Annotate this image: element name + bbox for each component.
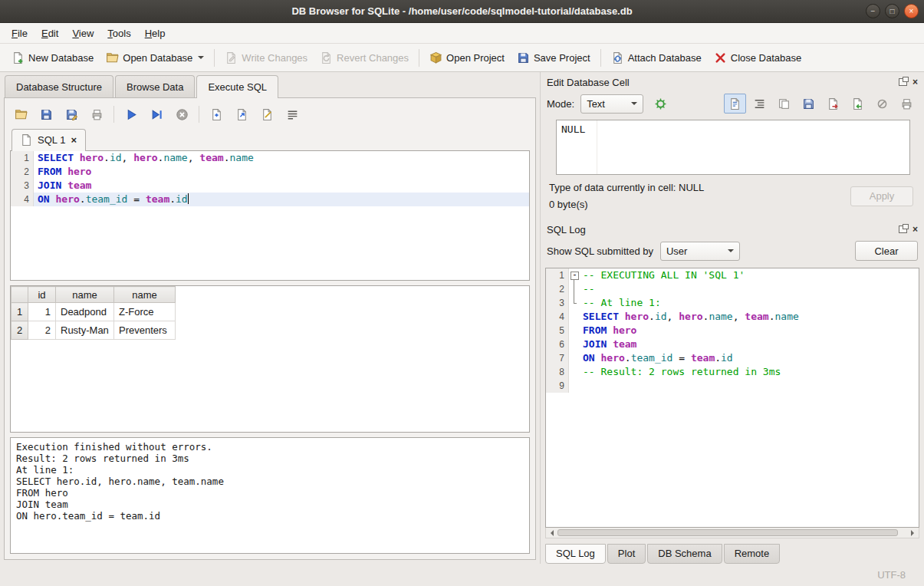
import-button[interactable] <box>847 94 869 114</box>
execute-all-button[interactable] <box>120 104 142 124</box>
code-line: 5FROM hero <box>546 324 919 337</box>
cell-type-info: Type of data currently in cell: NULL <box>549 182 704 193</box>
mode-select[interactable]: Text <box>580 94 643 114</box>
sql-editor[interactable]: 1SELECT hero.id, hero.name, team.name2FR… <box>10 150 530 281</box>
log-filter-select[interactable]: User <box>660 242 740 261</box>
tab-database-structure[interactable]: Database Structure <box>5 75 113 97</box>
menu-file[interactable]: File <box>5 25 35 42</box>
clear-button[interactable]: Clear <box>855 241 918 261</box>
code-line: 2FROM hero <box>11 165 529 179</box>
scroll-left-icon[interactable] <box>547 530 554 536</box>
print-button[interactable] <box>86 104 107 124</box>
code-line: 6JOIN team <box>546 337 919 351</box>
column-header-name[interactable]: name <box>56 287 114 303</box>
open-in-new-tab-button[interactable] <box>231 104 252 124</box>
tab-execute-sql[interactable]: Execute SQL <box>196 75 278 98</box>
open-sql-file-button[interactable] <box>10 104 31 124</box>
revert-changes-icon <box>320 51 333 64</box>
scroll-right-icon[interactable] <box>911 530 917 536</box>
save-sql-as-button[interactable] <box>61 104 82 124</box>
new-tab-icon <box>210 108 223 121</box>
line-number: 3 <box>11 179 34 193</box>
tab-sql-log[interactable]: SQL Log <box>545 544 606 564</box>
maximize-icon[interactable]: □ <box>885 4 899 18</box>
code-line: 1-- EXECUTING ALL IN 'SQL 1' <box>546 268 919 282</box>
tab-remote[interactable]: Remote <box>724 544 781 564</box>
fold-marker-icon[interactable] <box>569 268 579 282</box>
execute-current-line-button[interactable] <box>146 104 167 124</box>
dock-float-icon[interactable] <box>899 226 907 233</box>
save-project-button[interactable]: Save Project <box>511 48 597 68</box>
stop-button[interactable] <box>171 104 192 124</box>
tab-browse-data[interactable]: Browse Data <box>115 75 195 97</box>
tab-db-schema[interactable]: DB Schema <box>647 544 722 564</box>
menu-tools[interactable]: Tools <box>100 25 137 42</box>
scrollbar-thumb[interactable] <box>557 529 898 536</box>
horizontal-scrollbar[interactable] <box>545 528 919 538</box>
auto-complete-button[interactable] <box>256 104 278 124</box>
log-filter-row: Show SQL submitted by User Clear <box>544 239 921 268</box>
code-text <box>579 379 919 393</box>
sql-log-header: SQL Log × <box>544 219 921 239</box>
mode-settings-button[interactable] <box>649 94 672 114</box>
cell[interactable]: Preventers <box>114 321 176 340</box>
close-icon[interactable]: × <box>904 4 919 18</box>
copy-icon <box>778 97 791 110</box>
text-view-button[interactable] <box>724 94 746 114</box>
sql-log-view[interactable]: 1-- EXECUTING ALL IN 'SQL 1'2--3-- At li… <box>545 268 919 528</box>
cell[interactable]: Rusty-Man <box>56 321 114 340</box>
cell[interactable]: 1 <box>28 303 56 321</box>
new-database-button[interactable]: New Database <box>5 48 100 68</box>
close-database-button[interactable]: Close Database <box>708 48 808 68</box>
copy-button[interactable] <box>773 94 795 114</box>
row-header[interactable]: 1 <box>12 303 28 321</box>
dock-float-icon[interactable] <box>899 78 907 86</box>
cell[interactable]: Z-Force <box>114 303 176 321</box>
code-line: 7ON hero.team_id = team.id <box>546 351 919 365</box>
titlebar[interactable]: DB Browser for SQLite - /home/user/code/… <box>0 0 924 23</box>
cell[interactable]: 2 <box>28 321 56 340</box>
column-header-name[interactable]: name <box>114 287 176 303</box>
minimize-icon[interactable]: − <box>866 4 880 18</box>
apply-button[interactable]: Apply <box>850 186 913 206</box>
set-null-button[interactable] <box>871 94 893 114</box>
sql-editor-toolbar <box>10 101 530 127</box>
tab-plot[interactable]: Plot <box>607 544 646 564</box>
cell-editor[interactable]: NULL <box>556 120 910 175</box>
toolbar-button-label: Save Project <box>534 52 590 64</box>
dock-close-icon[interactable]: × <box>912 226 918 233</box>
save-sql-file-button[interactable] <box>35 104 57 124</box>
toolbar-button-label: Attach Database <box>628 52 702 64</box>
dock-close-icon[interactable]: × <box>912 78 918 86</box>
code-text: -- EXECUTING ALL IN 'SQL 1' <box>579 268 919 282</box>
word-wrap-button[interactable] <box>281 104 303 124</box>
cell-info-row: Type of data currently in cell: NULL 0 b… <box>544 175 921 212</box>
code-text: ON hero.team_id = team.id <box>34 193 529 206</box>
sql-log-title: SQL Log <box>547 224 586 235</box>
results-table: idnamename11DeadpondZ-Force22Rusty-ManPr… <box>11 286 176 340</box>
code-text: FROM hero <box>34 165 529 179</box>
code-line: 9 <box>546 379 919 393</box>
column-header-id[interactable]: id <box>28 287 56 303</box>
cell-value: NULL <box>561 123 585 135</box>
table-row: 22Rusty-ManPreventers <box>12 321 176 340</box>
dropdown-caret-icon[interactable] <box>198 56 204 62</box>
code-text: ON hero.team_id = team.id <box>579 351 919 365</box>
tab-close-icon[interactable]: × <box>70 134 77 146</box>
toolbar-button-label: New Database <box>28 52 94 64</box>
menu-view[interactable]: View <box>65 25 100 42</box>
cell-tool-icons <box>724 94 918 114</box>
export-button[interactable] <box>822 94 844 114</box>
indent-button[interactable] <box>748 94 771 114</box>
print-cell-button[interactable] <box>896 94 918 114</box>
new-tab-button[interactable] <box>206 104 227 124</box>
paste-button[interactable] <box>797 94 820 114</box>
open-project-button[interactable]: Open Project <box>423 48 511 68</box>
row-header[interactable]: 2 <box>12 321 28 340</box>
cell[interactable]: Deadpond <box>56 303 114 321</box>
attach-database-button[interactable]: Attach Database <box>605 48 708 68</box>
open-database-button[interactable]: Open Database <box>100 48 210 68</box>
sql-tab[interactable]: SQL 1 × <box>12 129 86 151</box>
menu-help[interactable]: Help <box>138 25 173 42</box>
menu-edit[interactable]: Edit <box>35 25 65 42</box>
